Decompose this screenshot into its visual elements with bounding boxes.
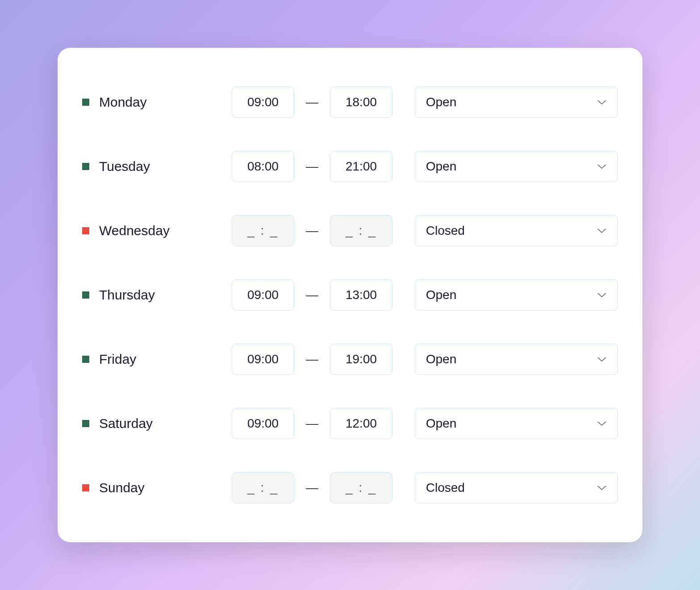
time-separator: — [301,416,323,431]
chevron-down-icon [597,164,607,169]
day-label: Thursday [82,287,225,303]
status-dropdown[interactable]: Open [415,87,618,118]
end-time-input[interactable] [330,279,392,311]
chevron-down-icon [597,228,607,233]
time-separator: — [301,352,323,366]
start-time-input[interactable] [232,151,294,182]
status-indicator-icon [82,356,89,363]
end-time-input[interactable] [330,215,392,246]
day-name: Thursday [99,287,155,303]
status-dropdown[interactable]: Closed [415,472,618,503]
time-separator: — [301,159,323,174]
start-time-input[interactable] [232,344,294,375]
status-dropdown[interactable]: Closed [415,215,618,246]
time-separator: — [301,288,323,302]
schedule-row-wednesday: Wednesday — Closed [82,199,618,263]
schedule-row-sunday: Sunday — Closed [82,456,618,520]
start-time-input[interactable] [232,279,294,311]
chevron-down-icon [597,421,607,426]
status-indicator-icon [82,99,89,106]
chevron-down-icon [597,485,607,490]
status-indicator-icon [82,163,89,170]
time-separator: — [301,224,323,238]
schedule-card: Monday — Open Tuesday — Open Wednesday — [58,48,642,542]
status-label: Open [426,352,457,366]
day-name: Sunday [99,480,145,495]
day-label: Wednesday [82,223,225,238]
time-separator: — [301,95,323,109]
status-dropdown[interactable]: Open [415,151,618,182]
end-time-input[interactable] [330,87,392,118]
schedule-row-tuesday: Tuesday — Open [82,134,618,199]
day-label: Sunday [82,480,225,495]
day-label: Friday [82,352,225,367]
end-time-input[interactable] [330,344,392,375]
day-name: Monday [99,95,147,110]
day-label: Saturday [82,416,225,431]
status-dropdown[interactable]: Open [415,408,618,439]
chevron-down-icon [597,357,607,362]
day-name: Wednesday [99,223,170,238]
status-label: Closed [426,224,465,238]
start-time-input[interactable] [232,87,294,118]
day-name: Friday [99,352,136,367]
time-separator: — [301,481,323,495]
start-time-input[interactable] [232,472,294,503]
schedule-row-monday: Monday — Open [82,70,618,134]
day-name: Tuesday [99,159,150,174]
start-time-input[interactable] [232,215,294,246]
status-label: Open [426,288,457,302]
end-time-input[interactable] [330,151,392,182]
status-dropdown[interactable]: Open [415,279,618,311]
status-indicator-icon [82,227,89,234]
status-indicator-icon [82,420,89,427]
schedule-row-saturday: Saturday — Open [82,391,618,456]
schedule-row-friday: Friday — Open [82,327,618,391]
chevron-down-icon [597,292,607,298]
status-indicator-icon [82,291,89,299]
schedule-row-thursday: Thursday — Open [82,263,618,327]
end-time-input[interactable] [330,472,392,503]
status-dropdown[interactable]: Open [415,344,618,375]
status-label: Open [426,416,457,431]
chevron-down-icon [597,100,607,105]
end-time-input[interactable] [330,408,392,439]
status-label: Closed [426,481,465,495]
day-label: Monday [82,95,225,110]
status-label: Open [426,159,457,174]
status-indicator-icon [82,484,89,491]
day-name: Saturday [99,416,153,431]
status-label: Open [426,95,457,109]
start-time-input[interactable] [232,408,294,439]
day-label: Tuesday [82,159,225,174]
